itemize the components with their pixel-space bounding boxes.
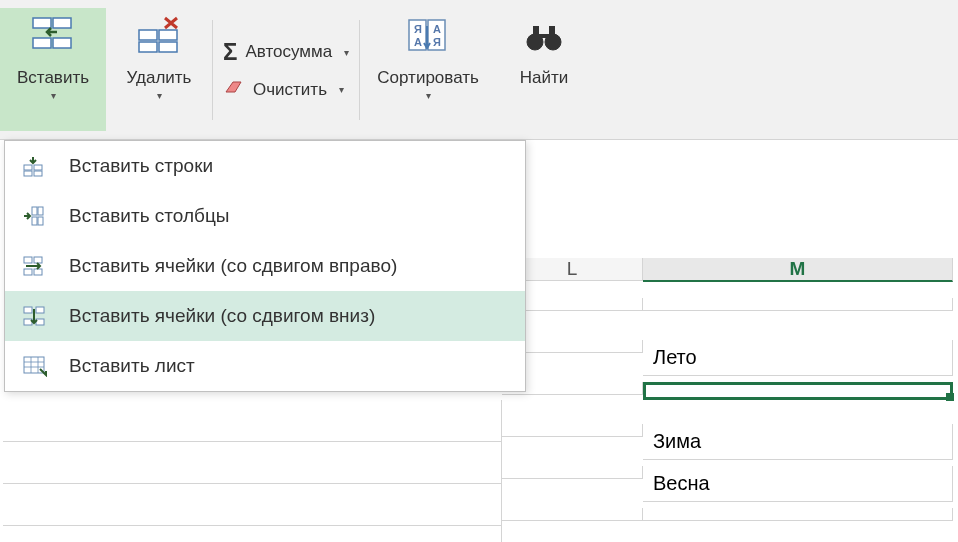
cell[interactable]: Весна <box>643 466 953 502</box>
autosum-button[interactable]: Σ Автосумма ▾ <box>223 38 349 66</box>
svg-rect-2 <box>33 38 51 48</box>
menu-label: Вставить ячейки (со сдвигом вниз) <box>69 305 375 327</box>
menu-insert-cells-down[interactable]: Вставить ячейки (со сдвигом вниз) <box>5 291 525 341</box>
dropdown-arrow-icon: ▾ <box>339 84 344 95</box>
sigma-icon: Σ <box>223 38 237 66</box>
active-cell[interactable] <box>643 382 953 400</box>
insert-group: Вставить ▾ <box>0 8 106 131</box>
sort-icon: Я А А Я <box>407 12 449 62</box>
svg-rect-34 <box>36 319 44 325</box>
svg-rect-4 <box>139 30 157 40</box>
cell[interactable] <box>502 424 643 437</box>
svg-rect-25 <box>38 207 43 215</box>
sort-label: Сортировать <box>377 68 479 88</box>
menu-label: Вставить столбцы <box>69 205 229 227</box>
find-label: Найти <box>520 68 569 88</box>
insert-cells-down-icon <box>19 303 51 329</box>
svg-text:Я: Я <box>433 36 441 48</box>
insert-label: Вставить <box>17 68 89 88</box>
delete-cells-icon <box>135 12 183 62</box>
dropdown-arrow-icon: ▾ <box>344 47 349 58</box>
svg-text:А: А <box>414 36 422 48</box>
menu-insert-columns[interactable]: Вставить столбцы <box>5 191 525 241</box>
sort-group: Я А А Я Сортировать ▾ <box>360 8 496 131</box>
menu-insert-sheet[interactable]: Вставить лист <box>5 341 525 391</box>
svg-rect-28 <box>34 257 42 263</box>
svg-rect-7 <box>159 42 177 52</box>
delete-group: Удалить ▾ <box>106 8 212 131</box>
insert-columns-icon <box>19 203 51 229</box>
svg-rect-31 <box>24 307 32 313</box>
dropdown-arrow-icon: ▾ <box>157 90 162 101</box>
menu-label: Вставить лист <box>69 355 195 377</box>
editing-group: Σ Автосумма ▾ Очистить ▾ <box>213 8 359 131</box>
sort-button[interactable]: Я А А Я Сортировать ▾ <box>368 8 488 131</box>
menu-insert-cells-right[interactable]: Вставить ячейки (со сдвигом вправо) <box>5 241 525 291</box>
svg-rect-0 <box>33 18 51 28</box>
menu-label: Вставить ячейки (со сдвигом вправо) <box>69 255 397 277</box>
col-header-m[interactable]: M <box>643 258 953 282</box>
insert-dropdown-menu: Вставить строки Вставить столбцы Вставит… <box>4 140 526 392</box>
insert-sheet-icon <box>19 353 51 379</box>
clear-button[interactable]: Очистить ▾ <box>223 78 349 101</box>
svg-rect-6 <box>139 42 157 52</box>
ribbon-toolbar: Вставить ▾ Удалить ▾ Σ Автосумма ▾ <box>0 0 958 140</box>
insert-cells-icon <box>29 12 77 62</box>
svg-rect-33 <box>24 319 32 325</box>
cell[interactable]: Лето <box>643 340 953 376</box>
menu-label: Вставить строки <box>69 155 213 177</box>
svg-text:Я: Я <box>414 23 422 35</box>
svg-rect-3 <box>53 38 71 48</box>
svg-rect-32 <box>36 307 44 313</box>
svg-rect-27 <box>24 257 32 263</box>
svg-rect-24 <box>32 217 37 225</box>
svg-rect-5 <box>159 30 177 40</box>
svg-rect-17 <box>549 26 555 38</box>
dropdown-arrow-icon: ▾ <box>51 90 56 101</box>
eraser-icon <box>223 78 245 101</box>
svg-rect-18 <box>539 34 549 38</box>
svg-rect-19 <box>24 165 32 170</box>
svg-rect-22 <box>34 171 42 176</box>
delete-button[interactable]: Удалить ▾ <box>114 8 204 131</box>
dropdown-arrow-icon: ▾ <box>426 90 431 101</box>
menu-insert-rows[interactable]: Вставить строки <box>5 141 525 191</box>
cell[interactable] <box>643 298 953 311</box>
cell[interactable] <box>502 508 643 521</box>
svg-text:А: А <box>433 23 441 35</box>
svg-rect-16 <box>533 26 539 38</box>
clear-label: Очистить <box>253 80 327 100</box>
autosum-label: Автосумма <box>245 42 332 62</box>
insert-button[interactable]: Вставить ▾ <box>8 8 98 131</box>
cell[interactable]: Зима <box>643 424 953 460</box>
svg-rect-29 <box>24 269 32 275</box>
cell[interactable] <box>502 466 643 479</box>
svg-rect-21 <box>24 171 32 176</box>
svg-rect-26 <box>38 217 43 225</box>
delete-label: Удалить <box>127 68 192 88</box>
svg-rect-1 <box>53 18 71 28</box>
binoculars-icon <box>525 12 563 62</box>
insert-cells-right-icon <box>19 253 51 279</box>
find-group: Найти <box>496 8 592 131</box>
svg-rect-30 <box>34 269 42 275</box>
insert-rows-icon <box>19 153 51 179</box>
svg-rect-23 <box>32 207 37 215</box>
cell[interactable] <box>643 508 953 521</box>
svg-rect-20 <box>34 165 42 170</box>
find-button[interactable]: Найти <box>504 8 584 131</box>
